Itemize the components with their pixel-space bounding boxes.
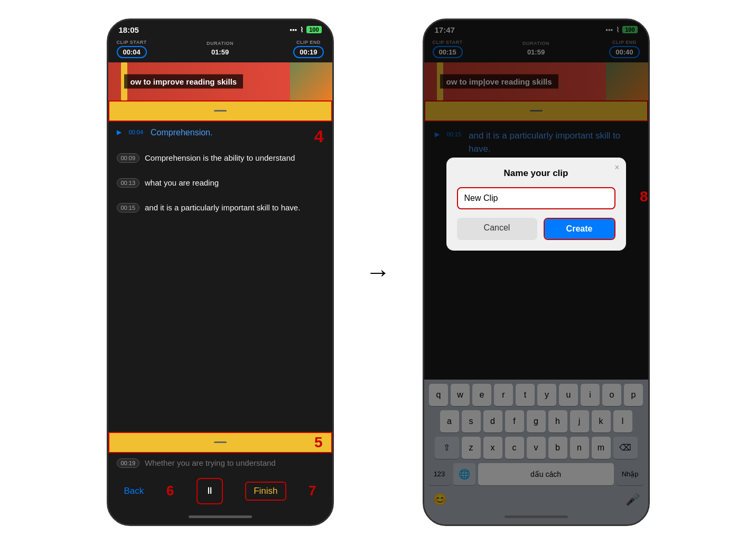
pause-button[interactable]: ⏸: [197, 478, 223, 504]
text-4: and it is a particularly important skill…: [145, 202, 300, 213]
create-button[interactable]: Create: [545, 219, 614, 239]
left-clip-controls: CLIP START 00:04 DURATION 01:59 CLIP END…: [108, 36, 332, 62]
left-status-icons: ▪▪▪ ⌇ 100: [290, 26, 321, 34]
arrow-container: →: [366, 257, 391, 287]
time-4: 00:15: [117, 203, 140, 213]
clip-end-value[interactable]: 00:19: [293, 46, 323, 58]
battery-label: 100: [306, 26, 321, 33]
left-clip-end: CLIP END 00:19: [293, 40, 323, 58]
finish-label: Finish: [254, 486, 277, 496]
time-3: 00:13: [117, 178, 140, 188]
transcript-item-2[interactable]: 00:09 Comprehension is the ability to un…: [108, 147, 332, 169]
text-5: Whether you are trying to understand: [145, 457, 276, 468]
play-icon-1: ▶: [117, 128, 122, 136]
transcript-item-1[interactable]: ▶ 00:04 Comprehension.: [108, 122, 332, 144]
clip-end-label: CLIP END: [293, 40, 323, 45]
clip-start-value[interactable]: 00:04: [117, 46, 147, 58]
text-1: Comprehension.: [151, 127, 212, 139]
step-8-label: 8: [640, 188, 648, 205]
left-time: 18:05: [119, 25, 139, 34]
duration-value: 01:59: [206, 47, 234, 57]
transcript-item-4[interactable]: 00:15 and it is a particularly important…: [108, 197, 332, 218]
left-transcript-area: 4 ▶ 00:04 Comprehension. 00:09 Comprehen…: [108, 122, 332, 432]
pause-icon: ⏸: [205, 485, 214, 496]
cancel-button[interactable]: Cancel: [457, 218, 537, 240]
text-2: Comprehension is the ability to understa…: [145, 152, 295, 163]
dialog-input-wrapper: [457, 187, 615, 209]
clip-name-input[interactable]: [458, 188, 614, 208]
step-4-label: 4: [314, 127, 324, 146]
left-timeline-bottom[interactable]: 5: [108, 432, 332, 453]
left-phone: 18:05 ▪▪▪ ⌇ 100 CLIP START 00:04 DURATIO…: [107, 19, 334, 526]
duration-label: DURATION: [206, 41, 234, 46]
left-status-bar: 18:05 ▪▪▪ ⌇ 100: [108, 20, 332, 36]
transcript-item-5[interactable]: 00:19 Whether you are trying to understa…: [108, 453, 332, 473]
time-2: 00:09: [117, 153, 140, 163]
signal-icon: ▪▪▪: [290, 26, 297, 34]
right-phone: 17:47 ▪▪▪ ⌇ 100 CLIP START 00:15 DURATIO…: [423, 19, 650, 526]
step-6-label: 6: [166, 483, 174, 499]
text-3: what you are reading: [145, 177, 219, 188]
home-bar: [189, 515, 252, 518]
step-5-label: 5: [314, 434, 323, 451]
left-clip-start: CLIP START 00:04: [117, 40, 147, 58]
timeline-dash-top: [214, 110, 227, 112]
video-decoration: [290, 62, 332, 100]
dialog-title: Name your clip: [457, 168, 615, 179]
dialog-close-button[interactable]: ×: [614, 163, 619, 172]
left-home-indicator: [108, 510, 332, 524]
finish-button[interactable]: Finish: [245, 482, 286, 501]
dialog-overlay: × Name your clip 8 Cancel Create 9: [424, 20, 648, 524]
time-1: 00:04: [127, 128, 146, 136]
left-bottom-controls: Back 6 ⏸ Finish 7: [108, 473, 332, 510]
left-duration: DURATION 01:59: [206, 41, 234, 57]
step-7-label: 7: [309, 483, 316, 499]
timeline-dash-bottom: [214, 441, 227, 443]
arrow-icon: →: [366, 257, 391, 287]
clip-start-label: CLIP START: [117, 40, 147, 45]
name-clip-dialog: × Name your clip 8 Cancel Create 9: [446, 158, 626, 251]
video-title: ow to improve reading skills: [124, 74, 244, 88]
wifi-icon: ⌇: [300, 26, 303, 34]
dialog-buttons: Cancel Create 9: [457, 218, 615, 240]
left-video-preview: ow to improve reading skills: [108, 62, 332, 100]
transcript-item-3[interactable]: 00:13 what you are reading: [108, 172, 332, 193]
back-button[interactable]: Back: [124, 486, 144, 496]
left-timeline-top[interactable]: [108, 100, 332, 122]
time-5: 00:19: [117, 458, 140, 468]
create-button-wrapper: Create 9: [544, 218, 615, 240]
